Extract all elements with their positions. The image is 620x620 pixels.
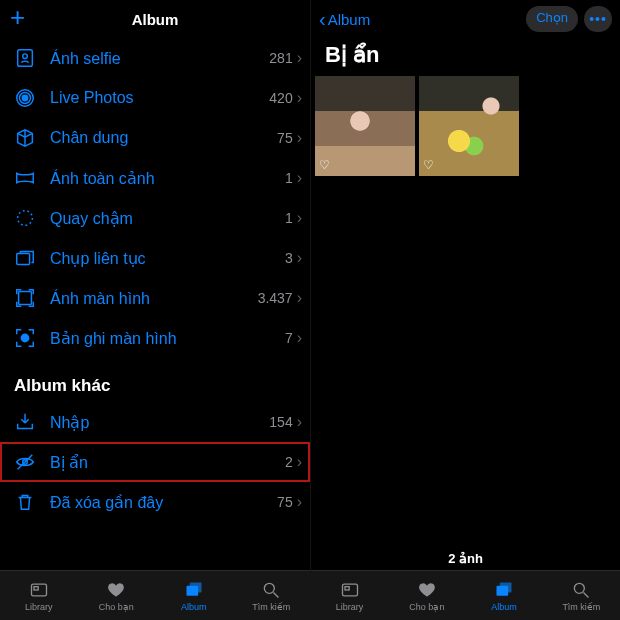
chevron-left-icon: ‹ bbox=[319, 9, 326, 29]
album-row-label: Live Photos bbox=[50, 89, 269, 107]
album-row-screenshot[interactable]: Ảnh màn hình 3.437 › bbox=[0, 278, 310, 318]
album-row-count: 3 bbox=[285, 250, 293, 266]
album-row-count: 154 bbox=[269, 414, 292, 430]
slomo-icon bbox=[14, 207, 36, 229]
add-button[interactable]: + bbox=[10, 4, 25, 30]
tab-tìm kiếm[interactable]: Tìm kiếm bbox=[233, 571, 311, 620]
burst-icon bbox=[14, 247, 36, 269]
album-row-live[interactable]: Live Photos 420 › bbox=[0, 78, 310, 118]
photo-grid: ♡ ♡ bbox=[311, 76, 620, 176]
selfie-icon bbox=[14, 47, 36, 69]
album-row-hidden[interactable]: Bị ẩn 2 › bbox=[0, 442, 310, 482]
chevron-right-icon: › bbox=[295, 209, 310, 227]
chevron-right-icon: › bbox=[295, 129, 310, 147]
left-pane: + Album Ảnh selfie 281 › Live Photos 420… bbox=[0, 0, 310, 620]
back-label: Album bbox=[328, 11, 371, 28]
album-row-burst[interactable]: Chụp liên tục 3 › bbox=[0, 238, 310, 278]
chevron-right-icon: › bbox=[295, 89, 310, 107]
tab-label: Album bbox=[491, 602, 517, 612]
album-title: Bị ẩn bbox=[311, 38, 620, 76]
trash-icon bbox=[14, 491, 36, 513]
screenrec-icon bbox=[14, 327, 36, 349]
svg-point-21 bbox=[575, 583, 585, 593]
tab-icon bbox=[493, 580, 515, 600]
album-row-pano[interactable]: Ảnh toàn cảnh 1 › bbox=[0, 158, 310, 198]
album-row-label: Ảnh màn hình bbox=[50, 289, 258, 308]
right-pane: ‹ Album Chọn ••• Bị ẩn ♡ ♡ 2 ảnh Library bbox=[310, 0, 620, 620]
favorite-icon: ♡ bbox=[423, 158, 434, 172]
live-icon bbox=[14, 87, 36, 109]
section-header: Album khác bbox=[0, 358, 310, 402]
photo-thumb[interactable]: ♡ bbox=[315, 76, 415, 176]
album-row-screenrec[interactable]: Bản ghi màn hình 7 › bbox=[0, 318, 310, 358]
svg-rect-14 bbox=[190, 582, 202, 592]
album-row-trash[interactable]: Đã xóa gần đây 75 › bbox=[0, 482, 310, 522]
tab-icon bbox=[339, 580, 361, 600]
tab-label: Tìm kiếm bbox=[252, 602, 290, 612]
album-row-count: 2 bbox=[285, 454, 293, 470]
tab-cho bạn[interactable]: Cho bạn bbox=[78, 571, 156, 620]
album-list: Ảnh selfie 281 › Live Photos 420 › Chân … bbox=[0, 38, 310, 620]
more-button[interactable]: ••• bbox=[584, 6, 612, 32]
chevron-right-icon: › bbox=[295, 329, 310, 347]
album-row-label: Ảnh selfie bbox=[50, 49, 269, 68]
photo-count: 2 ảnh bbox=[311, 551, 620, 566]
svg-point-5 bbox=[18, 211, 33, 226]
photo-thumb[interactable]: ♡ bbox=[419, 76, 519, 176]
tab-label: Album bbox=[181, 602, 207, 612]
right-nav: ‹ Album Chọn ••• bbox=[311, 0, 620, 38]
tab-album[interactable]: Album bbox=[155, 571, 233, 620]
tab-label: Library bbox=[25, 602, 53, 612]
screenshot-icon bbox=[14, 287, 36, 309]
album-row-count: 281 bbox=[269, 50, 292, 66]
album-row-count: 420 bbox=[269, 90, 292, 106]
svg-rect-6 bbox=[17, 253, 30, 264]
portrait-icon bbox=[14, 127, 36, 149]
album-row-count: 75 bbox=[277, 494, 293, 510]
svg-line-10 bbox=[18, 455, 33, 470]
tab-library[interactable]: Library bbox=[311, 571, 388, 620]
chevron-right-icon: › bbox=[295, 169, 310, 187]
tab-icon bbox=[416, 580, 438, 600]
tab-icon bbox=[260, 580, 282, 600]
svg-line-16 bbox=[274, 592, 279, 597]
tab-bar: Library Cho bạn Album Tìm kiếm bbox=[311, 570, 620, 620]
album-row-count: 1 bbox=[285, 170, 293, 186]
back-button[interactable]: ‹ Album bbox=[319, 9, 370, 29]
svg-point-8 bbox=[21, 334, 28, 341]
album-row-portrait[interactable]: Chân dung 75 › bbox=[0, 118, 310, 158]
select-button[interactable]: Chọn bbox=[526, 6, 578, 32]
tab-library[interactable]: Library bbox=[0, 571, 78, 620]
tab-label: Cho bạn bbox=[409, 602, 444, 612]
album-row-label: Chân dung bbox=[50, 129, 277, 147]
album-row-selfie[interactable]: Ảnh selfie 281 › bbox=[0, 38, 310, 78]
chevron-right-icon: › bbox=[295, 413, 310, 431]
album-row-label: Nhập bbox=[50, 413, 269, 432]
album-row-count: 3.437 bbox=[258, 290, 293, 306]
page-title: Album bbox=[132, 11, 179, 28]
svg-point-1 bbox=[23, 54, 28, 59]
ellipsis-icon: ••• bbox=[589, 11, 607, 27]
svg-point-15 bbox=[265, 583, 275, 593]
album-row-count: 7 bbox=[285, 330, 293, 346]
tab-bar: Library Cho bạn Album Tìm kiếm bbox=[0, 570, 310, 620]
svg-rect-20 bbox=[500, 582, 512, 592]
tab-label: Cho bạn bbox=[99, 602, 134, 612]
chevron-right-icon: › bbox=[295, 249, 310, 267]
tab-album[interactable]: Album bbox=[466, 571, 543, 620]
svg-point-2 bbox=[22, 95, 28, 101]
tab-icon bbox=[105, 580, 127, 600]
tab-cho bạn[interactable]: Cho bạn bbox=[388, 571, 465, 620]
nav-actions: Chọn ••• bbox=[526, 6, 612, 32]
svg-line-22 bbox=[584, 592, 589, 597]
album-row-slomo[interactable]: Quay chậm 1 › bbox=[0, 198, 310, 238]
import-icon bbox=[14, 411, 36, 433]
album-row-label: Chụp liên tục bbox=[50, 249, 285, 268]
album-row-label: Quay chậm bbox=[50, 209, 285, 228]
tab-tìm kiếm[interactable]: Tìm kiếm bbox=[543, 571, 620, 620]
svg-rect-12 bbox=[34, 586, 38, 589]
album-row-import[interactable]: Nhập 154 › bbox=[0, 402, 310, 442]
album-row-count: 1 bbox=[285, 210, 293, 226]
chevron-right-icon: › bbox=[295, 49, 310, 67]
album-row-count: 75 bbox=[277, 130, 293, 146]
